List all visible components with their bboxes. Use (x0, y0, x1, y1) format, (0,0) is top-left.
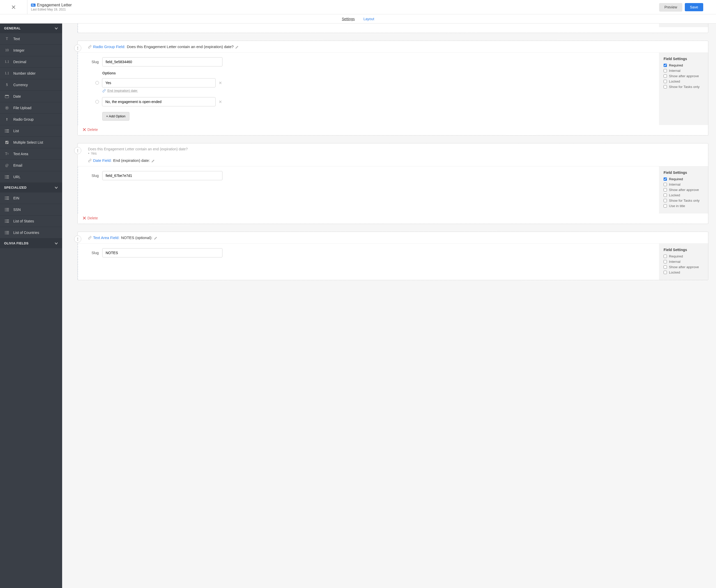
field-settings-title: Field Settings (664, 170, 703, 175)
close-icon (11, 5, 16, 10)
field-name: End (expiration) date: (113, 158, 150, 163)
integer-icon: 10 (4, 48, 10, 52)
sidebar-item-label: SSN (13, 208, 21, 212)
email-icon: @ (4, 163, 10, 168)
option-input[interactable] (102, 78, 215, 87)
slug-input[interactable] (102, 57, 223, 66)
secondary-tabs: Settings Layout (0, 14, 716, 23)
sidebar-item-list[interactable]: List (0, 125, 62, 137)
drag-handle[interactable]: ⋮ (74, 235, 81, 243)
sidebar-item-multiple-select[interactable]: Multiple Select List (0, 137, 62, 148)
fs-locked[interactable]: Locked (664, 271, 703, 274)
drag-handle[interactable]: ⋮ (74, 44, 81, 51)
preview-button[interactable]: Preview (659, 3, 682, 11)
sidebar-item-ein[interactable]: EIN (0, 192, 62, 204)
fs-show-after[interactable]: Show after approve (664, 74, 703, 78)
radio-icon (4, 117, 10, 122)
option-input[interactable] (102, 97, 215, 106)
fs-tasks-only[interactable]: Show for Tasks only (664, 198, 703, 203)
edit-name-button[interactable] (154, 235, 157, 240)
doc-subtitle: Last Edited May 19, 2021 (31, 8, 656, 11)
remove-option-button[interactable]: ✕ (219, 100, 222, 104)
field-name: NOTES (optional): (121, 235, 152, 240)
fs-locked[interactable]: Locked (664, 193, 703, 197)
list-icon (4, 196, 10, 201)
field-card-radio[interactable]: ⋮ Radio Group Field: Does this Engagemen… (78, 41, 708, 135)
slug-label: Slug (88, 251, 102, 255)
canvas[interactable]: ⋮ Radio Group Field: Does this Engagemen… (62, 23, 716, 588)
sidebar-item-textarea[interactable]: TTText Area (0, 148, 62, 160)
sidebar-item-url[interactable]: URL (0, 171, 62, 183)
field-settings-panel: Field Settings Required Internal Show af… (659, 244, 708, 280)
sidebar-item-integer[interactable]: 10Integer (0, 45, 62, 56)
sidebar-item-file-upload[interactable]: File Upload (0, 102, 62, 114)
link-icon (88, 236, 91, 239)
sidebar-item-date[interactable]: Date (0, 91, 62, 102)
textarea-icon: TT (4, 152, 10, 156)
field-name: Does this Engagement Letter contain an e… (127, 44, 234, 49)
fs-internal[interactable]: Internal (664, 260, 703, 264)
slug-input[interactable] (102, 248, 223, 257)
option-radio[interactable] (96, 100, 99, 104)
sidebar-item-states[interactable]: List of States (0, 215, 62, 227)
fs-internal[interactable]: Internal (664, 69, 703, 72)
field-card-textarea[interactable]: ⋮ Text Area Field: NOTES (optional): Slu… (78, 232, 708, 280)
sidebar-item-email[interactable]: @Email (0, 160, 62, 171)
fs-show-after[interactable]: Show after approve (664, 188, 703, 192)
sidebar-item-label: Text Area (13, 152, 28, 156)
tab-layout[interactable]: Layout (363, 16, 375, 22)
sidebar-section-label: OLIVIA FIELDS (4, 241, 29, 245)
slider-icon: 1.1 (4, 71, 10, 76)
field-card-date[interactable]: ⋮ Does this Engagement Letter contain an… (78, 143, 708, 224)
sidebar-item-label: Number slider (13, 71, 36, 76)
field-type-label: Text Area Field: (93, 235, 120, 240)
text-icon: T (4, 37, 10, 41)
edit-name-button[interactable] (151, 158, 155, 163)
doc-title: Engagement Letter (37, 3, 72, 7)
sidebar-item-radio-group[interactable]: Radio Group (0, 114, 62, 125)
fs-locked[interactable]: Locked (664, 80, 703, 83)
sidebar-item-text[interactable]: TText (0, 33, 62, 45)
fs-use-in-title[interactable]: Use in title (664, 204, 703, 208)
save-button[interactable]: Save (685, 3, 703, 11)
drag-handle[interactable]: ⋮ (74, 147, 81, 154)
slug-label: Slug (88, 60, 102, 64)
close-button[interactable] (0, 0, 27, 14)
field-settings-panel: Field Settings Required Internal Show af… (659, 166, 708, 213)
sidebar-item-countries[interactable]: List of Countries (0, 227, 62, 238)
slug-input[interactable] (102, 171, 223, 180)
sidebar-item-label: Email (13, 163, 22, 167)
sidebar-item-decimal[interactable]: 1.1Decimal (0, 56, 62, 68)
option-link-label[interactable]: End (expiration) date: (107, 89, 138, 92)
title-block: EL Engagement Letter Last Edited May 19,… (27, 1, 659, 13)
add-option-button[interactable]: + Add Option (102, 112, 129, 121)
sidebar-item-label: List (13, 129, 19, 133)
sidebar-item-currency[interactable]: $Currency (0, 79, 62, 91)
fs-internal[interactable]: Internal (664, 183, 703, 186)
delete-field-button[interactable]: Delete (78, 125, 708, 135)
sidebar-item-ssn[interactable]: SSN (0, 204, 62, 215)
condition-answer: Yes (91, 151, 97, 155)
fs-show-after[interactable]: Show after approve (664, 265, 703, 269)
date-icon (4, 94, 10, 99)
fs-required[interactable]: Required (664, 254, 703, 258)
delete-icon (83, 128, 86, 131)
delete-field-button[interactable]: Delete (78, 213, 708, 224)
remove-option-button[interactable]: ✕ (219, 81, 222, 85)
sidebar-item-number-slider[interactable]: 1.1Number slider (0, 68, 62, 79)
sidebar-section-olivia[interactable]: OLIVIA FIELDS (0, 238, 62, 248)
tab-settings[interactable]: Settings (341, 16, 355, 22)
sidebar-section-general[interactable]: GENERAL (0, 23, 62, 33)
list-icon (4, 207, 10, 212)
sidebar-section-specialized[interactable]: SPECIALIZED (0, 183, 62, 192)
option-radio[interactable] (96, 81, 99, 85)
sidebar[interactable]: GENERAL TText 10Integer 1.1Decimal 1.1Nu… (0, 23, 62, 588)
edit-name-button[interactable] (235, 44, 239, 49)
fs-required[interactable]: Required (664, 177, 703, 181)
slug-label: Slug (88, 173, 102, 178)
fs-tasks-only[interactable]: Show for Tasks only (664, 85, 703, 89)
sidebar-item-label: URL (13, 175, 20, 179)
fs-required[interactable]: Required (664, 63, 703, 67)
sidebar-item-label: Integer (13, 48, 24, 52)
sidebar-item-label: Text (13, 37, 20, 41)
